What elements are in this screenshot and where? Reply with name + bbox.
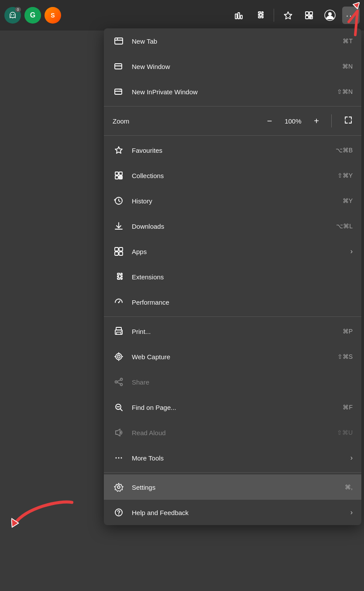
inprivate-label: New InPrivate Window [132,88,337,96]
menu-item-webcapture[interactable]: Web Capture ⇧⌘S [104,344,361,369]
menu-item-favourites[interactable]: Favourites ⌥⌘B [104,137,361,163]
zoom-divider-v [331,114,332,127]
collections-toolbar-button[interactable] [300,7,318,24]
performance-icon [113,296,125,308]
divider-2 [104,135,361,136]
svg-rect-6 [306,12,309,15]
menu-item-share[interactable]: Share [104,369,361,395]
grammarly-label: G [30,11,35,19]
favourites-shortcut: ⌥⌘B [336,147,353,154]
svg-rect-39 [116,327,121,330]
collections-label: Collections [132,172,337,179]
svg-rect-37 [119,252,123,255]
zoom-increase-button[interactable]: + [310,114,323,128]
grammarly-extension-button[interactable]: G [24,7,41,24]
moretools-arrow: › [350,454,353,462]
print-icon [113,325,125,337]
print-shortcut: ⌘P [343,328,353,335]
find-icon [113,401,125,413]
dropdown-menu: New Tab ⌘T New Window ⌘N New InPrivate W… [104,28,361,525]
extensions-label: Extensions [132,273,353,281]
favorites-toolbar-button[interactable] [279,7,297,24]
svg-line-50 [117,382,120,384]
menu-item-moretools[interactable]: More Tools › [104,445,361,471]
svg-rect-2 [235,14,237,19]
supernova-extension-button[interactable]: S [45,7,61,24]
new-window-label: New Window [132,63,342,70]
menu-item-new-tab[interactable]: New Tab ⌘T [104,28,361,54]
webcapture-label: Web Capture [132,353,337,361]
zoom-decrease-button[interactable]: − [264,114,276,128]
menu-item-inprivate[interactable]: New InPrivate Window ⇧⌘N [104,79,361,104]
inprivate-shortcut: ⇧⌘N [337,88,353,95]
svg-rect-21 [115,89,122,94]
new-window-icon [113,60,125,72]
svg-marker-15 [353,2,360,9]
menu-item-history[interactable]: History ⌘Y [104,188,361,213]
analytics-button[interactable] [230,7,247,24]
menu-item-new-window[interactable]: New Window ⌘N [104,54,361,79]
toolbar-divider [274,9,274,22]
menu-item-downloads[interactable]: Downloads ⌥⌘L [104,213,361,239]
svg-point-55 [118,457,120,459]
help-icon [113,506,125,519]
svg-line-52 [120,409,123,411]
menu-item-findonpage[interactable]: Find on Page... ⌘F [104,395,361,420]
menu-item-collections[interactable]: Collections ⇧⌘Y [104,163,361,188]
new-window-shortcut: ⌘N [342,63,353,70]
svg-line-49 [117,380,120,382]
helpfeedback-arrow: › [350,509,353,516]
zoom-row: Zoom − 100% + [104,108,361,134]
menu-item-apps[interactable]: Apps › [104,239,361,264]
menu-item-helpfeedback[interactable]: Help and Feedback › [104,500,361,525]
svg-point-47 [115,381,117,383]
zoom-value: 100% [282,117,303,125]
helpfeedback-label: Help and Feedback [132,509,347,516]
svg-point-57 [117,486,120,488]
arrow-indicator-top [325,2,360,39]
favourites-icon [113,144,125,156]
arrow-indicator-settings [9,480,78,543]
svg-point-56 [121,457,122,459]
divider-3 [104,316,361,317]
favourites-label: Favourites [132,147,336,154]
history-label: History [132,197,343,205]
readaloud-icon [113,426,125,439]
svg-rect-19 [115,64,122,69]
apps-label: Apps [132,248,347,255]
extensions-toolbar-button[interactable] [251,7,268,24]
webcapture-shortcut: ⇧⌘S [337,353,353,360]
divider-4 [104,472,361,473]
zoom-controls: − 100% + [264,114,353,128]
settings-shortcut: ⌘, [345,484,353,491]
svg-rect-36 [115,252,118,255]
svg-rect-8 [306,16,309,19]
svg-rect-7 [309,12,312,15]
findonpage-label: Find on Page... [132,404,343,411]
collections-shortcut: ⇧⌘Y [337,172,353,179]
svg-rect-41 [117,332,121,334]
ghost-extension-button[interactable]: 0 [4,7,21,24]
svg-rect-25 [119,172,122,175]
svg-point-45 [118,356,119,357]
menu-item-print[interactable]: Print... ⌘P [104,319,361,344]
moretools-icon [113,452,125,464]
downloads-shortcut: ⌥⌘L [336,223,353,230]
downloads-icon [113,220,125,232]
history-icon [113,195,125,207]
new-tab-icon [113,35,125,47]
svg-rect-35 [119,247,123,251]
divider-1 [104,106,361,107]
zoom-fullscreen-button[interactable] [344,116,353,127]
print-label: Print... [132,328,343,335]
menu-item-settings[interactable]: Settings ⌘, [104,474,361,500]
new-tab-label: New Tab [132,38,343,45]
menu-item-extensions[interactable]: Extensions [104,264,361,289]
menu-item-performance[interactable]: Performance [104,289,361,315]
menu-item-readaloud[interactable]: Read Aloud ⇧⌘U [104,420,361,445]
webcapture-icon [113,350,125,363]
svg-rect-16 [115,38,123,44]
share-icon [113,376,125,388]
apps-arrow: › [350,247,353,255]
apps-icon [113,245,125,258]
